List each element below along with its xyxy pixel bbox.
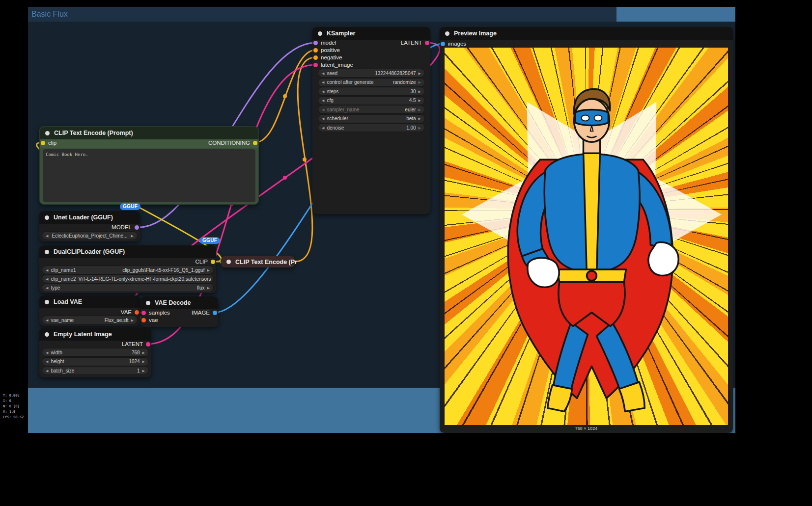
decrement-icon[interactable]: ◀ [46,360,48,363]
prev-option-icon[interactable]: ◀ [46,286,48,290]
widget-control-after-generate[interactable]: ◀ control after generate randomize ▶ [318,79,424,86]
decrement-icon[interactable]: ◀ [322,72,324,75]
widget-width[interactable]: ◀ width 768 ▶ [42,348,148,356]
node-ksampler[interactable]: KSampler model LATENT positive negative … [312,27,430,214]
node-header[interactable]: Load VAE [39,295,140,308]
increment-icon[interactable]: ▶ [419,72,421,75]
port-dot-vae-out[interactable] [135,310,139,315]
widget-seed[interactable]: ◀ seed 132244862825047 ▶ [318,69,424,77]
workflow-tab-bar: Basic Flux [28,7,616,22]
widget-type[interactable]: ◀ type flux ▶ [42,284,213,292]
workflow-tab[interactable]: Basic Flux [28,10,68,19]
decrement-icon[interactable]: ◀ [46,351,48,354]
port-dot-positive[interactable] [313,48,318,53]
node-header[interactable]: CLIP Text Encode (Prompt) [40,127,258,139]
next-option-icon[interactable]: ▶ [207,286,210,290]
collapse-dot[interactable] [226,260,231,264]
output-model[interactable]: MODEL [112,224,139,231]
decrement-icon[interactable]: ◀ [322,90,324,93]
node-clip-text-encode-collapsed[interactable]: CLIP Text Encode (Pr [221,256,295,267]
node-unet-loader[interactable]: Unet Loader (GGUF) MODEL ◀ EclecticEupho… [39,211,140,241]
node-header[interactable]: VAE Decode [140,296,218,309]
output-latent[interactable]: LATENT [401,39,429,46]
node-title: VAE Decode [155,299,191,306]
node-header[interactable]: CLIP Text Encode (Pr [221,256,295,267]
node-header[interactable]: KSampler [312,27,430,40]
increment-icon[interactable]: ▶ [419,99,421,102]
widget-sampler-name[interactable]: ◀ sampler_name euler ▶ [318,106,424,113]
prev-option-icon[interactable]: ◀ [46,268,48,272]
prev-option-icon[interactable]: ◀ [46,319,48,322]
decrement-icon[interactable]: ◀ [46,369,48,373]
input-negative[interactable]: negative [313,54,342,61]
increment-icon[interactable]: ▶ [419,80,421,84]
widget-value: clip_ggufs\Flan-t5-xxl-F16_Q5_1.gguf [122,267,204,273]
widget-clip-name2[interactable]: ◀ clip_name2 ViT-L-14-REG-TE-only-xtreme… [42,275,213,283]
output-conditioning[interactable]: CONDITIONING [208,139,257,146]
increment-icon[interactable]: ▶ [419,126,421,130]
port-dot-images[interactable] [441,42,445,46]
port-dot-vae[interactable] [141,318,146,322]
output-latent[interactable]: LATENT [122,341,150,347]
widget-scheduler[interactable]: ◀ scheduler beta ▶ [318,115,424,123]
port-dot-conditioning-out[interactable] [253,141,257,145]
increment-icon[interactable]: ▶ [419,108,421,111]
decrement-icon[interactable]: ◀ [322,108,324,111]
decrement-icon[interactable]: ◀ [322,99,324,102]
input-samples[interactable]: samples [141,309,170,316]
node-clip-text-encode-prompt[interactable]: CLIP Text Encode (Prompt) clip CONDITION… [39,126,259,205]
output-image[interactable]: IMAGE [192,309,217,316]
prev-option-icon[interactable]: ◀ [46,234,48,238]
decrement-icon[interactable]: ◀ [322,117,324,120]
increment-icon[interactable]: ▶ [419,117,421,120]
widget-steps[interactable]: ◀ steps 30 ▶ [318,87,424,95]
input-model[interactable]: model [313,39,336,46]
widget-denoise[interactable]: ◀ denoise 1.00 ▶ [318,124,424,132]
node-header[interactable]: Preview Image [440,27,733,40]
node-empty-latent-image[interactable]: Empty Latent Image LATENT ◀ width 768 ▶ … [39,328,151,377]
widget-cfg[interactable]: ◀ cfg 4.5 ▶ [318,97,424,105]
input-vae[interactable]: vae [141,317,158,323]
port-dot-model-out[interactable] [135,225,139,230]
node-vae-decode[interactable]: VAE Decode samples vae IMAGE [140,296,218,327]
port-dot-negative[interactable] [313,55,318,60]
input-clip[interactable]: clip [41,139,56,146]
input-images[interactable]: images [441,40,466,47]
port-dot-model[interactable] [313,41,318,45]
output-clip[interactable]: CLIP [195,258,215,265]
port-dot-latent-image[interactable] [313,63,318,67]
next-option-icon[interactable]: ▶ [207,268,210,272]
widget-value: 1 [137,368,140,373]
port-dot-latent-out[interactable] [146,342,150,346]
port-dot-clip-out[interactable] [211,260,215,264]
next-option-icon[interactable]: ▶ [131,319,134,322]
increment-icon[interactable]: ▶ [142,351,145,354]
node-dualclip-loader[interactable]: DualCLIPLoader (GGUF) CLIP ◀ clip_name1 … [39,245,216,293]
widget-batch-size[interactable]: ◀ batch_size 1 ▶ [42,367,148,374]
input-positive[interactable]: positive [313,47,340,53]
widget-value: euler [405,107,416,112]
decrement-icon[interactable]: ◀ [322,80,324,84]
node-header[interactable]: Empty Latent Image [39,328,151,341]
prompt-textarea[interactable]: Comic Book Hero. [43,149,255,202]
increment-icon[interactable]: ▶ [419,90,421,93]
node-header[interactable]: DualCLIPLoader (GGUF) [39,245,216,258]
prev-option-icon[interactable]: ◀ [46,277,48,281]
port-dot-samples[interactable] [141,311,146,315]
output-vae[interactable]: VAE [121,309,139,316]
widget-vae-name[interactable]: ◀ vae_name Flux_ae.sft ▶ [42,316,137,324]
port-dot-latent-out[interactable] [425,41,429,45]
widget-unet-name[interactable]: ◀ EclecticEuphoria_Project_Chime... ▶ [42,232,137,240]
next-option-icon[interactable]: ▶ [131,234,134,238]
decrement-icon[interactable]: ◀ [322,126,324,130]
input-latent-image[interactable]: latent_image [313,61,353,68]
port-dot-clip[interactable] [41,141,45,145]
increment-icon[interactable]: ▶ [142,369,145,373]
node-preview-image[interactable]: Preview Image images [440,27,733,433]
widget-height[interactable]: ◀ height 1024 ▶ [42,358,148,366]
widget-clip-name1[interactable]: ◀ clip_name1 clip_ggufs\Flan-t5-xxl-F16_… [42,266,213,274]
increment-icon[interactable]: ▶ [142,360,145,363]
port-dot-image-out[interactable] [213,311,217,315]
node-header[interactable]: Unet Loader (GGUF) [39,211,140,224]
node-load-vae[interactable]: Load VAE VAE ◀ vae_name Flux_ae.sft ▶ [39,295,140,326]
